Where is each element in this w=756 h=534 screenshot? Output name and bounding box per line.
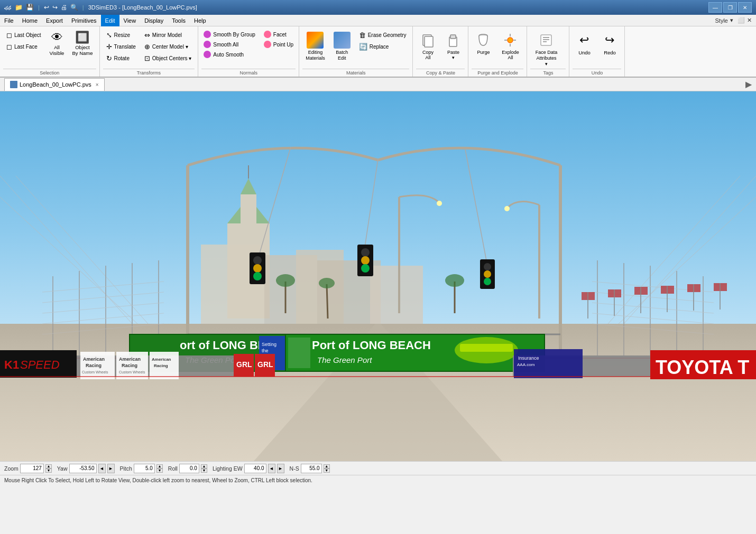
undo-button[interactable]: ↩ Undo	[573, 30, 596, 58]
menu-export[interactable]: Export	[42, 15, 67, 26]
smooth-by-group-button[interactable]: Smooth By Group	[201, 30, 257, 39]
svg-rect-97	[460, 344, 513, 352]
pitch-down[interactable]: ▼	[156, 469, 163, 473]
translate-button[interactable]: ✛ Translate	[103, 41, 139, 52]
style-dropdown-icon[interactable]: ▾	[730, 17, 733, 24]
title-icon-2[interactable]: 💾	[26, 4, 34, 11]
ns-down[interactable]: ▼	[324, 469, 330, 473]
rotate-button[interactable]: ↻ Rotate	[103, 53, 139, 64]
facet-icon	[264, 31, 271, 38]
svg-text:Insurance: Insurance	[518, 355, 539, 361]
title-icon-4[interactable]: ↪	[52, 4, 58, 11]
svg-point-69	[253, 272, 262, 280]
yaw-right[interactable]: ►	[107, 464, 115, 473]
mirror-model-button[interactable]: ⇔ Mirror Model	[141, 30, 195, 41]
maximize-button[interactable]: ❐	[723, 2, 737, 13]
title-icon-5[interactable]: 🖨	[61, 4, 67, 11]
face-data-attributes-button[interactable]: Face DataAttributes▾	[530, 30, 562, 69]
tab-close-button[interactable]: ×	[96, 82, 99, 88]
last-face-icon: ◻	[6, 43, 12, 51]
explode-all-button[interactable]: ExplodeAll	[497, 30, 523, 62]
menu-edit[interactable]: Edit	[101, 15, 119, 26]
erase-geometry-button[interactable]: 🗑 Erase Geometry	[356, 30, 410, 41]
last-object-button[interactable]: ◻ Last Object	[3, 30, 44, 41]
pitch-input[interactable]	[134, 464, 155, 473]
roll-up[interactable]: ▲	[201, 464, 207, 469]
roll-spinner[interactable]: ▲ ▼	[201, 464, 207, 473]
minimize-button[interactable]: —	[708, 2, 722, 13]
title-icon-1[interactable]: 📁	[15, 4, 23, 11]
facet-button[interactable]: Facet	[262, 30, 296, 39]
svg-text:Racing: Racing	[86, 363, 102, 368]
style-btn-2[interactable]: ✕	[747, 17, 752, 24]
svg-point-79	[437, 201, 442, 206]
translate-icon: ✛	[106, 43, 112, 51]
yaw-left[interactable]: ◄	[98, 464, 106, 473]
svg-point-77	[484, 278, 491, 285]
point-up-button[interactable]: Point Up	[262, 40, 296, 49]
yaw-input[interactable]	[69, 464, 97, 473]
normals-col1: Smooth By Group Smooth All Auto Smooth	[201, 30, 257, 59]
all-visible-button[interactable]: 👁 AllVisible	[47, 30, 68, 59]
zoom-up[interactable]: ▲	[45, 464, 52, 469]
editing-materials-button[interactable]: EditingMaterials	[302, 30, 328, 63]
object-by-name-label: ObjectBy Name	[72, 44, 93, 57]
menu-file[interactable]: File	[0, 15, 18, 26]
style-btn-1[interactable]: ⬜	[737, 17, 745, 24]
zoom-input[interactable]	[20, 464, 44, 473]
transforms-col2: ⇔ Mirror Model ⊕ Center Model ▾ ⊡ Object…	[141, 30, 195, 64]
object-centers-button[interactable]: ⊡ Object Centers ▾	[141, 53, 195, 64]
title-left: 🏎 📁 💾 | ↩ ↪ 🖨 🔍 | 3DSimED3 - [LongBeach_…	[4, 3, 197, 12]
menu-tools[interactable]: Tools	[168, 15, 190, 26]
zoom-spinner[interactable]: ▲ ▼	[45, 464, 52, 473]
replace-button[interactable]: 🔄 Replace	[356, 41, 410, 52]
svg-text:Custom Wheels: Custom Wheels	[82, 370, 108, 374]
tab-scroll-right[interactable]: ▶	[745, 79, 756, 89]
roll-input[interactable]	[179, 464, 199, 473]
object-centers-label: Object Centers ▾	[152, 55, 191, 61]
status-bar: Zoom ▲ ▼ Yaw ◄ ► Pitch ▲ ▼ Roll ▲ ▼ Ligh…	[0, 461, 756, 475]
batch-edit-icon	[334, 32, 351, 49]
menu-display[interactable]: Display	[140, 15, 168, 26]
last-face-button[interactable]: ◻ Last Face	[3, 41, 44, 52]
roll-down[interactable]: ▼	[201, 469, 207, 473]
undo-group: ↩ Undo ↪ Redo Undo	[569, 26, 625, 77]
smooth-all-button[interactable]: Smooth All	[201, 40, 257, 49]
menu-view[interactable]: View	[119, 15, 141, 26]
menu-home[interactable]: Home	[18, 15, 42, 26]
obj-centers-icon: ⊡	[144, 54, 150, 62]
title-icon-6[interactable]: 🔍	[70, 4, 78, 11]
close-button[interactable]: ✕	[738, 2, 752, 13]
pitch-up[interactable]: ▲	[156, 464, 163, 469]
center-model-button[interactable]: ⊕ Center Model ▾	[141, 41, 195, 52]
scene-svg: ort of LONG BEACH The Green Port Setting…	[0, 91, 756, 461]
object-by-name-icon: 🔲	[75, 32, 89, 43]
auto-smooth-button[interactable]: Auto Smooth	[201, 50, 257, 59]
viewport-tab[interactable]: LongBeach_00_LowPC.pvs ×	[4, 78, 105, 91]
lighting-ew-left[interactable]: ◄	[268, 464, 275, 473]
menu-help[interactable]: Help	[190, 15, 210, 26]
last-object-icon: ◻	[6, 31, 12, 39]
purge-button[interactable]: Purge	[472, 30, 495, 57]
tags-label: Tags	[530, 69, 566, 77]
zoom-down[interactable]: ▼	[45, 469, 52, 473]
status-message: Mouse Right Click To Select, Hold Left t…	[4, 477, 312, 483]
ns-input[interactable]	[301, 464, 322, 473]
svg-text:SPEED: SPEED	[20, 358, 60, 371]
pitch-spinner[interactable]: ▲ ▼	[156, 464, 163, 473]
object-by-name-button[interactable]: 🔲 ObjectBy Name	[69, 30, 96, 59]
resize-button[interactable]: ⤡ Resize	[103, 30, 139, 41]
ns-up[interactable]: ▲	[324, 464, 330, 469]
paste-button[interactable]: Paste▾	[441, 30, 465, 62]
svg-point-68	[253, 264, 262, 273]
lighting-ew-input[interactable]	[244, 464, 266, 473]
redo-button[interactable]: ↪ Redo	[598, 30, 621, 58]
lighting-ew-right[interactable]: ►	[277, 464, 284, 473]
viewport[interactable]: ort of LONG BEACH The Green Port Setting…	[0, 91, 756, 461]
ns-spinner[interactable]: ▲ ▼	[324, 464, 330, 473]
copy-all-button[interactable]: CopyAll	[416, 30, 439, 62]
title-icon-3[interactable]: ↩	[44, 4, 49, 11]
menu-primitives[interactable]: Primitives	[67, 15, 101, 26]
redo-icon: ↪	[601, 32, 618, 49]
batch-edit-button[interactable]: BatchEdit	[330, 30, 354, 63]
